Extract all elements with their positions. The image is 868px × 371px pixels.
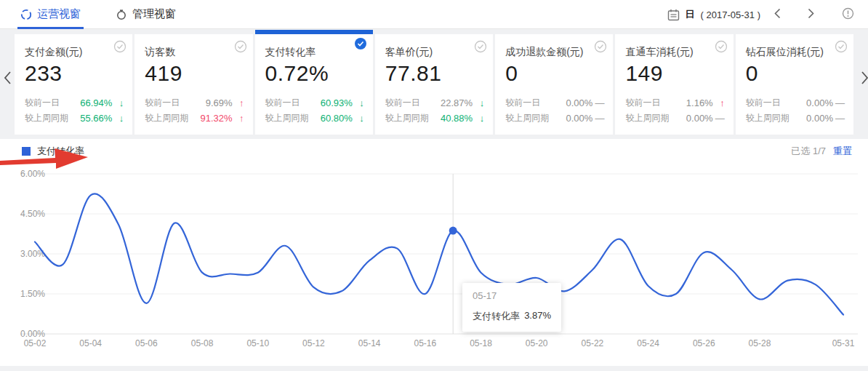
- card-unchecked-icon[interactable]: [113, 40, 126, 53]
- metric-card-title: 成功退款金额(元): [505, 46, 603, 59]
- tab-label: 管理视窗: [132, 7, 176, 21]
- tooltip-metric-value: 3.87%: [524, 310, 551, 323]
- svg-text:05-31: 05-31: [832, 338, 855, 348]
- selected-count-label: 已选 1/7: [791, 145, 826, 158]
- trend-down-icon: ↓: [473, 97, 484, 108]
- metric-compare-row: 较上周同期 91.32% ↑: [145, 111, 244, 126]
- metric-card-zuanzhan-spend[interactable]: 钻石展位消耗(元) 0 较前一日 0.00% — 较上周同期 0.00% —: [736, 34, 853, 135]
- metric-card-value: 149: [625, 61, 723, 86]
- date-prev-button[interactable]: [760, 8, 794, 21]
- chevron-right-icon: [807, 8, 815, 19]
- svg-text:6.00%: 6.00%: [20, 169, 45, 179]
- metric-card-title: 客单价(元): [385, 46, 483, 59]
- chevron-left-icon: [3, 71, 12, 85]
- trend-flat-icon: —: [592, 113, 604, 124]
- metric-compare-row: 较前一日 60.93% ↓: [265, 95, 364, 111]
- metric-compare-row: 较上周同期 0.00% —: [625, 111, 724, 126]
- metric-compare-row: 较上周同期 40.88% ↓: [385, 111, 484, 126]
- metric-card-value: 77.81: [385, 61, 483, 86]
- card-unchecked-icon[interactable]: [835, 40, 848, 53]
- tooltip-metric-label: 支付转化率: [473, 310, 520, 323]
- metric-compare-row: 较上周同期 60.80% ↓: [265, 111, 364, 126]
- tab-operations-view[interactable]: 运营视窗: [20, 0, 81, 29]
- svg-text:05-12: 05-12: [302, 338, 325, 348]
- metric-card-value: 0: [505, 61, 603, 86]
- metric-card-value: 233: [25, 61, 122, 86]
- svg-text:05-26: 05-26: [693, 338, 715, 348]
- metric-card-ztc-spend[interactable]: 直通车消耗(元) 149 较前一日 1.16% ↑ 较上周同期 0.00% —: [615, 34, 733, 135]
- card-unchecked-icon[interactable]: [234, 40, 247, 53]
- date-value: ( 2017-05-31 ): [701, 9, 760, 20]
- chart-controls: 已选 1/7 重置: [791, 145, 852, 158]
- metric-compare-row: 较上周同期 55.66% ↓: [25, 111, 124, 126]
- svg-text:1.50%: 1.50%: [20, 289, 45, 299]
- trend-down-icon: ↓: [353, 113, 364, 124]
- cards-scroll-left-button[interactable]: [3, 70, 12, 90]
- reset-button[interactable]: 重置: [833, 145, 852, 158]
- svg-text:05-16: 05-16: [414, 338, 436, 348]
- trend-down-icon: ↓: [112, 97, 124, 108]
- metric-card-title: 支付转化率: [265, 46, 363, 59]
- svg-text:05-10: 05-10: [246, 338, 269, 348]
- svg-text:05-24: 05-24: [637, 338, 659, 348]
- cards-scroll-right-button[interactable]: [861, 70, 868, 90]
- metric-card-visitors[interactable]: 访客数 419 较前一日 9.69% ↑ 较上周同期 91.32% ↑: [134, 34, 252, 135]
- trend-down-icon: ↓: [112, 113, 124, 124]
- svg-text:05-18: 05-18: [470, 338, 492, 348]
- metric-compare-row: 较前一日 0.00% —: [505, 95, 604, 111]
- date-granularity: 日: [686, 8, 695, 21]
- svg-text:4.50%: 4.50%: [20, 209, 45, 219]
- trend-down-icon: ↓: [353, 97, 364, 108]
- tab-management-view[interactable]: 管理视窗: [116, 0, 176, 29]
- legend-label: 支付转化率: [37, 145, 84, 158]
- trend-flat-icon: —: [833, 113, 845, 124]
- svg-text:05-02: 05-02: [24, 338, 47, 348]
- chevron-left-icon: [773, 8, 781, 19]
- info-button[interactable]: [827, 7, 868, 23]
- trend-up-icon: ↑: [713, 97, 725, 108]
- calendar-icon: [667, 9, 680, 21]
- date-next-button[interactable]: [794, 8, 827, 21]
- svg-text:05-06: 05-06: [135, 338, 158, 348]
- metric-compare-row: 较前一日 66.94% ↓: [25, 95, 124, 111]
- tab-label: 运营视窗: [37, 7, 81, 21]
- legend-swatch-icon: [22, 147, 31, 156]
- metric-card-refund-amount[interactable]: 成功退款金额(元) 0 较前一日 0.00% — 较上周同期 0.00% —: [495, 34, 613, 135]
- chart-tooltip: 05-17 支付转化率 3.87%: [462, 283, 561, 332]
- nav-right-controls: 日 ( 2017-05-31 ): [667, 0, 868, 29]
- trend-flat-icon: —: [713, 113, 725, 124]
- metric-card-title: 直通车消耗(元): [625, 46, 723, 59]
- svg-text:05-04: 05-04: [79, 338, 102, 348]
- svg-text:05-20: 05-20: [526, 338, 548, 348]
- metric-card-payment-amount[interactable]: 支付金额(元) 233 较前一日 66.94% ↓ 较上周同期 55.66% ↓: [15, 34, 132, 135]
- active-tab-indicator: [17, 27, 84, 29]
- metric-card-avg-order-value[interactable]: 客单价(元) 77.81 较前一日 22.87% ↓ 较上周同期 40.88% …: [375, 34, 493, 135]
- date-selector[interactable]: 日 ( 2017-05-31 ): [667, 8, 760, 21]
- card-checked-icon[interactable]: [354, 37, 367, 50]
- chart-legend[interactable]: 支付转化率: [22, 145, 84, 158]
- metric-card-title: 钻石展位消耗(元): [746, 46, 843, 59]
- card-unchecked-icon[interactable]: [715, 40, 728, 53]
- svg-text:05-08: 05-08: [191, 338, 214, 348]
- metric-compare-row: 较前一日 9.69% ↑: [145, 95, 244, 111]
- card-unchecked-icon[interactable]: [594, 40, 607, 53]
- card-unchecked-icon[interactable]: [474, 40, 487, 53]
- management-view-icon: [116, 9, 127, 20]
- conversion-rate-chart[interactable]: 0.00%1.50%3.00%4.50%6.00%05-0205-0405-06…: [0, 167, 868, 357]
- svg-text:05-22: 05-22: [582, 338, 604, 348]
- trend-down-icon: ↓: [473, 113, 484, 124]
- top-nav: 运营视窗 管理视窗 日 ( 2017-05-31 ): [0, 0, 868, 29]
- svg-text:05-28: 05-28: [749, 338, 771, 348]
- metric-compare-row: 较前一日 22.87% ↓: [385, 95, 484, 111]
- trend-flat-icon: —: [833, 97, 845, 108]
- trend-up-icon: ↑: [233, 113, 244, 124]
- trend-flat-icon: —: [592, 97, 604, 108]
- svg-text:0.00%: 0.00%: [20, 329, 45, 339]
- info-icon: [842, 7, 854, 20]
- tooltip-date: 05-17: [473, 290, 551, 301]
- metric-compare-row: 较前一日 0.00% —: [746, 95, 845, 111]
- metric-compare-row: 较上周同期 0.00% —: [505, 111, 604, 126]
- metric-card-title: 访客数: [145, 46, 242, 59]
- metric-compare-row: 较上周同期 0.00% —: [746, 111, 845, 126]
- metric-card-conversion-rate[interactable]: 支付转化率 0.72% 较前一日 60.93% ↓ 较上周同期 60.80% ↓: [255, 30, 373, 135]
